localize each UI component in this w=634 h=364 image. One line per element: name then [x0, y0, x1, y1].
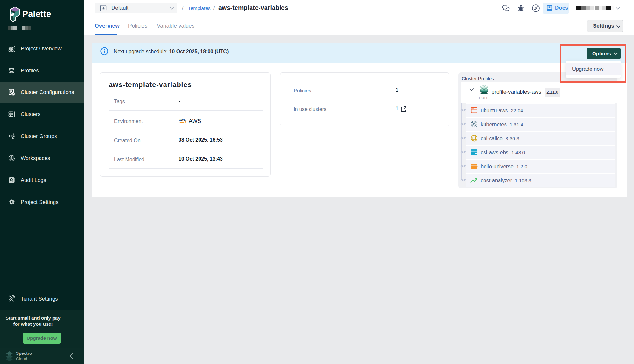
svg-text:aws: aws	[179, 117, 186, 122]
